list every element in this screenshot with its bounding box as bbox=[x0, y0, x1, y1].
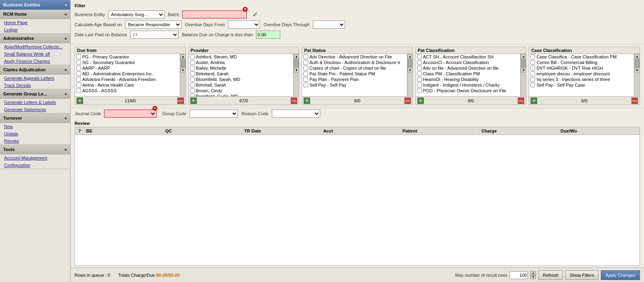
case-classification-list[interactable]: Case Classifica - Case Classification PM… bbox=[529, 54, 634, 96]
scrollbar-up[interactable]: ▲ bbox=[294, 54, 299, 59]
overdue-through-select[interactable] bbox=[313, 21, 345, 29]
list-item[interactable]: Adv Directive - Advanced Directive on Fi… bbox=[302, 54, 407, 60]
apply-changes-button[interactable]: Apply Changes bbox=[601, 270, 640, 280]
list-item[interactable]: AccounCl - Account Classification bbox=[416, 60, 521, 65]
list-item[interactable]: Bromfield, Curtis, MD bbox=[189, 93, 294, 96]
scrollbar-down[interactable]: ▼ bbox=[407, 68, 413, 73]
provider-add-btn[interactable]: + bbox=[190, 97, 197, 104]
sidebar-item-small-balance[interactable]: Small Balance Write off bbox=[0, 50, 70, 58]
list-item[interactable]: Copies of chart - Copies of chart on fil… bbox=[302, 65, 407, 71]
scrollbar-down[interactable]: ▼ bbox=[634, 68, 640, 73]
sidebar-item-ledger[interactable]: Ledger bbox=[0, 26, 70, 33]
sidebar-item-revoke[interactable]: Revoke bbox=[0, 137, 70, 145]
balance-due-input[interactable] bbox=[256, 31, 280, 39]
due-from-check-1[interactable] bbox=[76, 60, 81, 65]
due-from-add-btn[interactable]: + bbox=[77, 97, 83, 104]
sidebar-section-header-rcm[interactable]: RCM Home « bbox=[0, 10, 70, 19]
reason-code-select[interactable] bbox=[272, 110, 320, 118]
list-item[interactable]: Inj series 3 - Injections series of thre… bbox=[529, 77, 634, 82]
due-from-check-5[interactable] bbox=[76, 83, 81, 87]
sidebar-section-header-claims[interactable]: Claims Adjudication « bbox=[0, 65, 70, 75]
scrollbar-down[interactable]: ▼ bbox=[180, 68, 186, 73]
pat-status-remove-btn[interactable]: — bbox=[404, 97, 411, 104]
list-item[interactable]: Case Classifica - Case Classification PM bbox=[529, 54, 634, 60]
list-item[interactable]: HearinDi - Hearing Disability bbox=[416, 77, 521, 82]
list-item[interactable]: Aetna - Aetna Health Care bbox=[75, 82, 180, 88]
list-item[interactable]: Adv on file - Advanced Directive on file bbox=[416, 65, 521, 71]
list-item[interactable]: AARP - AARP bbox=[75, 65, 180, 71]
list-item[interactable]: Self Pay - Self Pay bbox=[302, 82, 407, 88]
show-filters-button[interactable]: Show Filters bbox=[565, 270, 599, 280]
due-from-list[interactable]: PG - Primary Guarantor SG - Secondary Gu… bbox=[75, 54, 180, 96]
scrollbar-down[interactable]: ▼ bbox=[294, 68, 299, 73]
list-item[interactable]: PG - Primary Guarantor bbox=[75, 54, 180, 60]
due-from-check-6[interactable] bbox=[76, 88, 81, 93]
list-item[interactable]: Pay Plan - Payment Plan bbox=[302, 77, 407, 82]
due-from-check-2[interactable] bbox=[76, 66, 81, 70]
group-code-select[interactable] bbox=[190, 110, 238, 118]
sidebar-section-header-admin[interactable]: Administrative « bbox=[0, 34, 70, 43]
business-entity-select[interactable]: Ambulatory Surg.... bbox=[108, 10, 165, 19]
batch-input[interactable] bbox=[182, 10, 247, 19]
case-class-remove-btn[interactable]: — bbox=[631, 97, 638, 104]
sidebar-item-update[interactable]: Update bbox=[0, 130, 70, 137]
scrollbar-up[interactable]: ▲ bbox=[521, 54, 526, 59]
sidebar-item-generate-letters[interactable]: Generate Letters & Labels bbox=[0, 99, 70, 106]
sidebar-section-header-turnover[interactable]: Turnover « bbox=[0, 114, 70, 123]
list-item[interactable]: Self Pay - Self Pay Case bbox=[529, 82, 634, 88]
list-item[interactable]: Birkeland, Sarah bbox=[189, 71, 294, 77]
sidebar-section-header-tools[interactable]: Tools « bbox=[0, 145, 70, 154]
list-item[interactable]: Comm Bill - Commercial Billing bbox=[529, 60, 634, 65]
sidebar-item-apply-finance[interactable]: Apply Finance Charges bbox=[0, 58, 70, 65]
due-from-check-4[interactable] bbox=[76, 77, 81, 82]
review-body[interactable] bbox=[75, 135, 640, 216]
list-item[interactable]: employee discou - employer discount bbox=[529, 71, 634, 77]
spinner-up[interactable]: ▲ bbox=[530, 271, 536, 275]
date-last-paid-select[interactable]: / / bbox=[130, 31, 179, 39]
due-from-remove-btn[interactable]: — bbox=[177, 97, 184, 104]
due-from-check-0[interactable] bbox=[76, 54, 81, 59]
sidebar-section-header-generate[interactable]: Generate Group Le... « bbox=[0, 89, 70, 99]
case-class-add-btn[interactable]: + bbox=[531, 97, 537, 104]
list-item[interactable]: Austin, Andrea bbox=[189, 60, 294, 65]
pat-status-scrollbar[interactable]: ▲ ▼ bbox=[407, 54, 413, 96]
scrollbar-up[interactable]: ▲ bbox=[634, 54, 640, 59]
sidebar-item-generate-statements[interactable]: Generate Statements bbox=[0, 106, 70, 113]
pat-classification-list[interactable]: ACT SH - Account Classifiaciton SH Accou… bbox=[416, 54, 521, 96]
pat-status-list[interactable]: Adv Directive - Advanced Directive on Fi… bbox=[302, 54, 407, 96]
sidebar-item-new[interactable]: New bbox=[0, 123, 70, 130]
sidebar-item-home-page[interactable]: Home Page bbox=[0, 19, 70, 26]
pat-status-add-btn[interactable]: + bbox=[304, 97, 310, 104]
list-item[interactable]: ACT SH - Account Classifiaciton SH bbox=[416, 54, 521, 60]
list-item[interactable]: Auth & Disclosu - Authorization & Disclo… bbox=[302, 60, 407, 65]
max-results-input[interactable] bbox=[510, 271, 528, 279]
sidebar-item-account-mgmt[interactable]: Account Management bbox=[0, 154, 70, 162]
pat-class-add-btn[interactable]: + bbox=[417, 97, 424, 104]
list-item[interactable]: Bloomfield, Sarah, MD bbox=[189, 77, 294, 82]
sidebar-item-track-denials[interactable]: Track Denials bbox=[0, 82, 70, 89]
calc-age-select[interactable]: Became Responsible bbox=[125, 21, 181, 29]
pat-class-remove-btn[interactable]: — bbox=[518, 97, 524, 104]
scrollbar-up[interactable]: ▲ bbox=[180, 54, 186, 59]
list-item[interactable]: POD - Physician Owner Disclosure on File bbox=[416, 88, 521, 93]
max-results-spinner[interactable]: ▲ ▼ bbox=[530, 271, 536, 279]
sidebar-item-asgn[interactable]: Asgn/Mod/Remove Collecto... bbox=[0, 43, 70, 50]
provider-list[interactable]: Ashford, Steven, MD Austin, Andrea Baile… bbox=[189, 54, 294, 96]
list-item[interactable]: Advantra Freedo - Advantra Freedom bbox=[75, 77, 180, 82]
case-class-scrollbar[interactable]: ▲ ▼ bbox=[634, 54, 640, 96]
journal-code-select[interactable] bbox=[104, 110, 156, 118]
scrollbar-down[interactable]: ▼ bbox=[521, 68, 526, 73]
sidebar-collapse-icon[interactable]: « bbox=[65, 3, 67, 7]
pat-class-scrollbar[interactable]: ▲ ▼ bbox=[520, 54, 526, 96]
list-item[interactable]: Bailey, Michelle bbox=[189, 65, 294, 71]
spinner-down[interactable]: ▼ bbox=[530, 275, 536, 279]
list-item[interactable]: Indigent - Indigent / Homeless / Charity bbox=[416, 82, 521, 88]
sidebar-header[interactable]: Business Entities « bbox=[0, 0, 70, 10]
list-item[interactable]: DVT HIGHRISK - DVT Risk HIGH bbox=[529, 65, 634, 71]
due-from-scrollbar[interactable]: ▲ ▼ bbox=[180, 54, 185, 96]
list-item[interactable]: SG - Secondary Guarantor bbox=[75, 60, 180, 65]
provider-remove-btn[interactable]: — bbox=[291, 97, 297, 104]
refresh-button[interactable]: Refresh bbox=[538, 270, 563, 280]
sidebar-item-configuration[interactable]: Configuration bbox=[0, 162, 70, 169]
scrollbar-up[interactable]: ▲ bbox=[407, 54, 413, 59]
